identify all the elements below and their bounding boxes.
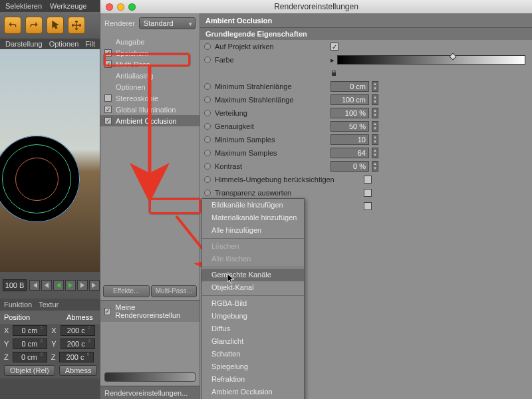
tree-ambient-occlusion[interactable]: Ambient Occlusion <box>100 115 200 126</box>
prop-verteilung: Verteilung <box>215 109 328 117</box>
viewport[interactable] <box>0 49 100 272</box>
footer-tab[interactable]: Rendervoreinstellungen... <box>100 386 200 399</box>
auf-projekt-checkbox[interactable] <box>331 43 338 51</box>
tree-ausgabe[interactable]: Ausgabe <box>100 36 200 47</box>
ctx-refraktion[interactable]: Refraktion <box>202 373 304 386</box>
anim-dot-icon[interactable] <box>204 176 211 183</box>
frame-field[interactable]: 100 B <box>3 279 27 291</box>
prop-kontrast: Kontrast <box>215 162 328 170</box>
multipass-button[interactable]: Multi-Pass... <box>151 285 198 297</box>
checkbox-icon[interactable] <box>104 117 112 124</box>
tree-multipass[interactable]: Multi-Pass <box>100 59 200 70</box>
size-y-input[interactable]: 200 c <box>61 338 95 349</box>
viewport-sphere[interactable] <box>0 136 80 222</box>
preview-slider[interactable] <box>104 372 196 382</box>
prop-min-samples: Minimum Samples <box>215 136 328 144</box>
anim-dot-icon[interactable] <box>204 123 211 130</box>
checkbox-icon[interactable] <box>104 106 112 113</box>
tool-move-icon[interactable] <box>68 17 85 34</box>
min-samples-input[interactable]: 10 <box>331 134 369 145</box>
spinner-icon[interactable]: ▲▼ <box>372 81 378 92</box>
pos-y-input[interactable]: 0 cm <box>13 338 47 349</box>
anim-dot-icon[interactable] <box>204 163 211 170</box>
effekte-button[interactable]: Effekte... <box>103 285 150 297</box>
checkbox-icon[interactable] <box>104 49 112 57</box>
pos-z-input[interactable]: 0 cm <box>13 352 47 362</box>
render-settings-tree: Ausgabe Speichern Multi-Pass Antialiasin… <box>100 33 200 129</box>
goto-end-icon[interactable] <box>89 280 100 291</box>
tool-undo-icon[interactable] <box>4 17 21 34</box>
play-back-icon[interactable] <box>53 280 64 291</box>
size-z-input[interactable]: 200 c <box>59 352 94 362</box>
ctx-rgba-bild[interactable]: RGBA-Bild <box>202 297 304 310</box>
pos-x-input[interactable]: 0 cm <box>13 325 47 336</box>
min-strahl-input[interactable]: 0 cm <box>331 81 369 92</box>
svg-rect-0 <box>332 72 336 76</box>
ctx-schatten[interactable]: Schatten <box>202 348 304 360</box>
transparenz-checkbox[interactable] <box>364 189 372 197</box>
anim-dot-icon[interactable] <box>204 190 211 196</box>
ctx-spiegelung[interactable]: Spiegelung <box>202 360 304 373</box>
size-x-input[interactable]: 200 c <box>61 325 95 336</box>
tree-stereoskopie[interactable]: Stereoskopie <box>100 92 200 104</box>
color-gradient[interactable] <box>337 55 525 65</box>
ctx-diffus[interactable]: Diffus <box>202 323 304 335</box>
play-fwd-icon[interactable] <box>65 280 76 291</box>
lock-icon[interactable] <box>331 70 337 76</box>
size-mode-select[interactable]: Abmess <box>59 365 98 376</box>
anim-dot-icon[interactable] <box>204 57 211 63</box>
anim-dot-icon[interactable] <box>204 96 211 103</box>
menu-selektieren[interactable]: Selektieren <box>5 2 42 10</box>
spinner-icon[interactable]: ▲▼ <box>372 134 378 145</box>
submenu-filter[interactable]: Filt <box>85 40 95 48</box>
tab-textur[interactable]: Textur <box>39 301 59 309</box>
tab-funktion[interactable]: Funktion <box>4 301 32 309</box>
checkbox-icon[interactable] <box>104 94 112 102</box>
ctx-ambient-occlusion[interactable]: Ambient Occlusion <box>202 386 304 398</box>
ctx-glanzlicht[interactable]: Glanzlicht <box>202 335 304 348</box>
tree-speichern[interactable]: Speichern <box>100 47 200 59</box>
checkbox-icon[interactable] <box>104 308 111 315</box>
anim-dot-icon[interactable] <box>204 83 211 90</box>
spinner-icon[interactable]: ▲▼ <box>372 94 378 105</box>
genauigkeit-input[interactable]: 50 % <box>331 121 369 132</box>
himmel-checkbox[interactable] <box>364 176 372 184</box>
checkbox-icon[interactable] <box>104 61 112 68</box>
max-strahl-input[interactable]: 100 cm <box>331 94 369 105</box>
spinner-icon[interactable]: ▲▼ <box>372 148 378 158</box>
coord-mode-select[interactable]: Objekt (Rel) <box>4 365 55 376</box>
verteilung-input[interactable]: 100 % <box>331 108 369 118</box>
ctx-bildkanaele[interactable]: Bildkanäle hinzufügen <box>202 199 304 211</box>
gradient-marker-icon[interactable] <box>449 53 456 60</box>
menu-werkzeuge[interactable]: Werkzeuge <box>50 2 86 10</box>
eigen-checkbox[interactable] <box>364 202 372 210</box>
tool-cursor-icon[interactable] <box>47 17 64 34</box>
spinner-icon[interactable]: ▲▼ <box>372 108 378 118</box>
ctx-alle-hinzufuegen[interactable]: Alle hinzufügen <box>202 224 304 237</box>
max-samples-input[interactable]: 64 <box>331 148 369 158</box>
window-titlebar[interactable]: Rendervoreinstellungen <box>100 0 532 13</box>
tree-optionen[interactable]: Optionen <box>100 81 200 92</box>
submenu-darstellung[interactable]: Darstellung <box>5 40 43 48</box>
ctx-objekt-kanal[interactable]: Objekt-Kanal <box>202 281 304 294</box>
expand-icon[interactable]: ▸ <box>331 56 334 65</box>
anim-dot-icon[interactable] <box>204 43 211 50</box>
ctx-gemischte-kanaele[interactable]: Gemischte Kanäle <box>202 269 304 281</box>
goto-start-icon[interactable] <box>29 280 40 291</box>
prev-frame-icon[interactable] <box>41 280 52 291</box>
tree-antialiasing[interactable]: Antialiasing <box>100 70 200 81</box>
next-frame-icon[interactable] <box>77 280 88 291</box>
tree-global-illumination[interactable]: Global Illumination <box>100 104 200 115</box>
ctx-umgebung[interactable]: Umgebung <box>202 310 304 323</box>
preset-row[interactable]: Meine Rendervoreinstellun <box>100 300 200 322</box>
renderer-select[interactable]: Standard <box>139 17 196 29</box>
kontrast-input[interactable]: 0 % <box>331 161 369 172</box>
spinner-icon[interactable]: ▲▼ <box>372 121 378 132</box>
submenu-optionen[interactable]: Optionen <box>49 40 79 48</box>
anim-dot-icon[interactable] <box>204 150 211 156</box>
tool-redo-icon[interactable] <box>25 17 43 34</box>
anim-dot-icon[interactable] <box>204 110 211 116</box>
anim-dot-icon[interactable] <box>204 136 211 143</box>
ctx-materialkanaele[interactable]: Materialkanäle hinzufügen <box>202 211 304 224</box>
spinner-icon[interactable]: ▲▼ <box>372 161 378 172</box>
